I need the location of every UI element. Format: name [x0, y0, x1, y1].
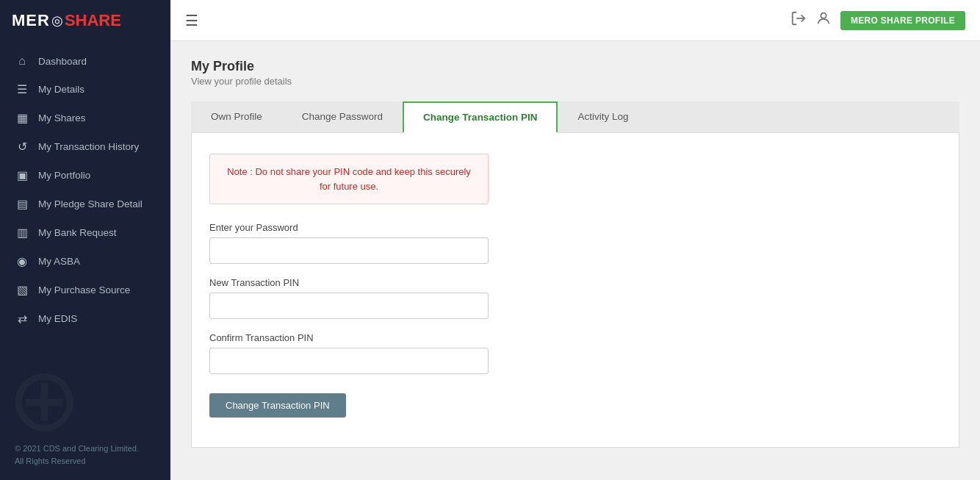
tab-activity-log[interactable]: Activity Log [558, 101, 648, 132]
page-title: My Profile [191, 59, 959, 74]
sidebar-item-pledge-share[interactable]: ▤ My Pledge Share Detail [0, 190, 170, 218]
sidebar-item-label: My ASBA [38, 256, 80, 267]
sidebar-item-label: My Portfolio [38, 170, 90, 181]
svg-point-1 [821, 13, 826, 18]
sidebar-item-bank-request[interactable]: ▥ My Bank Request [0, 218, 170, 247]
sidebar-item-label: My Bank Request [38, 227, 117, 238]
edis-icon: ⇄ [15, 312, 29, 326]
sidebar-item-asba[interactable]: ◉ My ASBA [0, 247, 170, 276]
sidebar-item-transaction-history[interactable]: ↺ My Transaction History [0, 132, 170, 161]
history-icon: ↺ [15, 140, 29, 154]
hamburger-button[interactable]: ☰ [185, 12, 198, 29]
details-icon: ☰ [15, 82, 29, 96]
dashboard-icon: ⌂ [15, 54, 29, 68]
logo-mero: MER [12, 11, 50, 30]
logo-share: SHARE [65, 11, 121, 30]
tab-bar: Own Profile Change Password Change Trans… [191, 101, 959, 133]
content-area: My Profile View your profile details Own… [170, 41, 980, 480]
sidebar-nav: ⌂ Dashboard ☰ My Details ▦ My Shares ↺ M… [0, 41, 170, 431]
sidebar-item-label: My Purchase Source [38, 284, 130, 295]
portfolio-icon: ▣ [15, 168, 29, 182]
tab-change-password[interactable]: Change Password [282, 101, 403, 132]
sidebar-item-label: My Pledge Share Detail [38, 198, 143, 209]
new-pin-group: New Transaction PIN [209, 277, 941, 319]
sidebar-item-label: My EDIS [38, 313, 77, 324]
change-pin-form: Enter your Password New Transaction PIN … [209, 222, 941, 418]
sidebar-item-label: My Shares [38, 112, 86, 123]
confirm-pin-label: Confirm Transaction PIN [209, 332, 941, 343]
pin-note-text: Note : Do not share your PIN code and ke… [227, 166, 471, 192]
sidebar-item-purchase-source[interactable]: ▧ My Purchase Source [0, 276, 170, 304]
sidebar-item-dashboard[interactable]: ⌂ Dashboard [0, 47, 170, 75]
topbar: ☰ MERO SHARE PROFILE [170, 0, 980, 41]
password-group: Enter your Password [209, 222, 941, 264]
sidebar-footer: © 2021 CDS and Clearing Limited. All Rig… [0, 431, 170, 480]
tab-change-transaction-pin[interactable]: Change Transaction PIN [403, 101, 558, 133]
pledge-icon: ▤ [15, 197, 29, 211]
sidebar-item-label: My Details [38, 84, 84, 95]
purchase-icon: ▧ [15, 283, 29, 297]
logout-icon[interactable] [790, 10, 807, 30]
page-subtitle: View your profile details [191, 76, 959, 87]
user-icon[interactable] [815, 10, 832, 30]
topbar-right: MERO SHARE PROFILE [790, 10, 965, 30]
tab-panel: Note : Do not share your PIN code and ke… [191, 133, 959, 448]
sidebar-item-label: Dashboard [38, 56, 87, 67]
logo: MER◎SHARE [0, 0, 170, 41]
sidebar-item-edis[interactable]: ⇄ My EDIS [0, 304, 170, 333]
sidebar-item-my-details[interactable]: ☰ My Details [0, 75, 170, 104]
footer-line1: © 2021 CDS and Clearing Limited. [15, 444, 139, 453]
asba-icon: ◉ [15, 254, 29, 268]
sidebar-item-label: My Transaction History [38, 141, 139, 152]
profile-button[interactable]: MERO SHARE PROFILE [840, 11, 965, 30]
password-input[interactable] [209, 237, 489, 264]
confirm-pin-group: Confirm Transaction PIN [209, 332, 941, 374]
pin-note-box: Note : Do not share your PIN code and ke… [209, 154, 489, 204]
new-pin-label: New Transaction PIN [209, 277, 941, 288]
sidebar-item-portfolio[interactable]: ▣ My Portfolio [0, 161, 170, 190]
shares-icon: ▦ [15, 111, 29, 125]
logo-icon: ◎ [51, 12, 63, 29]
password-label: Enter your Password [209, 222, 941, 233]
confirm-pin-input[interactable] [209, 348, 489, 374]
new-pin-input[interactable] [209, 293, 489, 319]
footer-line2: All Rights Reserved [15, 456, 86, 465]
change-pin-button[interactable]: Change Transaction PIN [209, 393, 346, 418]
sidebar-item-my-shares[interactable]: ▦ My Shares [0, 104, 170, 132]
bank-icon: ▥ [15, 226, 29, 240]
main-area: ☰ MERO SHARE PROFILE My Profile View you… [170, 0, 980, 480]
tab-own-profile[interactable]: Own Profile [191, 101, 282, 132]
topbar-left: ☰ [185, 12, 198, 29]
sidebar: MER◎SHARE ⌂ Dashboard ☰ My Details ▦ My … [0, 0, 170, 480]
